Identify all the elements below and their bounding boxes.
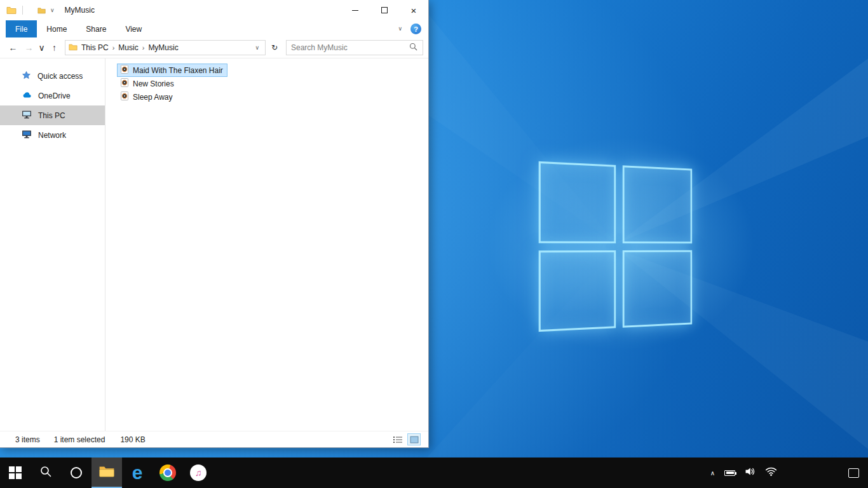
music-file-icon [119, 78, 130, 90]
expand-ribbon-chevron-icon[interactable]: ∨ [398, 26, 402, 32]
sidebar-item-label: This PC [38, 111, 65, 120]
windows-logo-pane [539, 250, 616, 332]
close-button[interactable]: × [399, 0, 428, 20]
edge-icon: e [132, 463, 143, 482]
start-button[interactable] [0, 458, 31, 488]
quick-access-toolbar-separator [22, 6, 23, 15]
minimize-icon [352, 10, 358, 11]
file-item-maid-with-the-flaxen-hair[interactable]: Maid With The Flaxen Hair [117, 64, 227, 77]
file-name: Maid With The Flaxen Hair [133, 66, 223, 75]
windows-logo-pane [622, 165, 692, 243]
customize-toolbar-chevron-icon[interactable]: ∨ [50, 8, 55, 13]
taskbar: e ♫ ∧ [0, 458, 868, 488]
caption-buttons: × [341, 0, 428, 20]
status-bar: 3 items 1 item selected 190 KB [0, 431, 428, 447]
large-icons-view-button[interactable] [407, 433, 421, 445]
forward-button[interactable]: → [21, 40, 37, 56]
music-file-icon [119, 64, 130, 76]
sidebar-item-onedrive[interactable]: OneDrive [0, 86, 105, 105]
search-icon [39, 465, 52, 480]
folder-icon [6, 5, 17, 15]
ribbon-tab-bar: File Home Share View ∨ ? [0, 20, 428, 37]
navigation-pane: Quick access OneDrive This PC Network [0, 58, 105, 431]
taskbar-search-button[interactable] [31, 458, 61, 488]
breadcrumb-segment-this-pc[interactable]: This PC [78, 43, 112, 52]
windows-logo-pane [539, 161, 616, 243]
tab-share[interactable]: Share [76, 20, 116, 37]
file-item-new-stories[interactable]: New Stories [117, 77, 179, 90]
hidden-icons-chevron-icon[interactable]: ∧ [710, 470, 715, 477]
taskbar-file-explorer-button[interactable] [92, 458, 122, 488]
quick-access-toolbar-icon[interactable] [37, 6, 46, 15]
tab-file[interactable]: File [6, 20, 37, 37]
itunes-icon: ♫ [190, 464, 207, 481]
search-icon[interactable] [409, 42, 418, 53]
search-box [286, 40, 423, 55]
file-name: Sleep Away [133, 93, 173, 102]
cortana-icon [71, 467, 82, 478]
monitor-icon [22, 109, 32, 121]
network-icon [22, 129, 32, 141]
sidebar-item-quick-access[interactable]: Quick access [0, 66, 105, 86]
selection-size: 190 KB [120, 435, 145, 444]
up-button[interactable]: ↑ [46, 40, 62, 56]
search-input[interactable] [291, 43, 409, 52]
sidebar-item-label: Network [38, 131, 66, 140]
refresh-button[interactable]: ↻ [267, 40, 282, 55]
chrome-button[interactable] [153, 458, 183, 488]
chrome-icon [159, 464, 176, 481]
sidebar-item-label: Quick access [37, 72, 83, 81]
windows-start-icon [9, 466, 22, 479]
action-center-icon[interactable] [848, 468, 859, 478]
window-title: MyMusic [65, 6, 95, 15]
music-note-icon: ♫ [195, 468, 202, 478]
help-button[interactable]: ? [410, 24, 421, 34]
breadcrumb[interactable]: This PC › Music › MyMusic ∨ [65, 40, 266, 55]
tab-view[interactable]: View [116, 20, 151, 37]
window-body: Quick access OneDrive This PC Network [0, 58, 428, 431]
wifi-icon[interactable] [765, 466, 777, 479]
titlebar[interactable]: ∨ MyMusic × [0, 0, 428, 20]
breadcrumb-segment-music[interactable]: Music [114, 43, 142, 52]
item-count: 3 items [15, 435, 40, 444]
minimize-button[interactable] [341, 0, 370, 20]
sidebar-item-this-pc[interactable]: This PC [0, 105, 105, 125]
cortana-button[interactable] [61, 458, 92, 488]
battery-icon[interactable] [724, 470, 735, 476]
address-bar: ← → ∨ ↑ This PC › Music › MyMusic ∨ ↻ [0, 37, 428, 58]
close-icon: × [411, 6, 417, 15]
file-name: New Stories [133, 79, 174, 88]
view-toggles [391, 433, 421, 445]
windows-logo [539, 161, 693, 332]
ribbon-right-controls: ∨ ? [398, 20, 428, 37]
cloud-icon [22, 90, 32, 102]
maximize-icon [381, 7, 388, 13]
sidebar-item-label: OneDrive [38, 92, 71, 100]
itunes-button[interactable]: ♫ [183, 458, 214, 488]
file-list: Maid With The Flaxen Hair New Stories Sl… [105, 58, 428, 431]
sidebar-item-network[interactable]: Network [0, 125, 105, 145]
details-view-button[interactable] [391, 433, 404, 445]
file-explorer-window: ∨ MyMusic × File Home Share View ∨ ? ← →… [0, 0, 429, 448]
breadcrumb-segment-mymusic[interactable]: MyMusic [144, 43, 182, 52]
speaker-icon[interactable] [745, 466, 756, 479]
folder-icon [69, 43, 78, 53]
recent-locations-chevron-icon[interactable]: ∨ [37, 40, 46, 56]
star-icon [22, 71, 31, 82]
tab-home[interactable]: Home [37, 20, 76, 37]
back-button[interactable]: ← [5, 40, 21, 56]
system-tray: ∧ [710, 466, 777, 479]
maximize-button[interactable] [370, 0, 399, 20]
address-dropdown-chevron-icon[interactable]: ∨ [252, 45, 262, 51]
selection-count: 1 item selected [54, 435, 105, 444]
file-item-sleep-away[interactable]: Sleep Away [117, 90, 177, 104]
file-explorer-icon [98, 463, 115, 482]
windows-logo-pane [622, 250, 692, 327]
edge-button[interactable]: e [122, 458, 153, 488]
music-file-icon [119, 91, 130, 103]
